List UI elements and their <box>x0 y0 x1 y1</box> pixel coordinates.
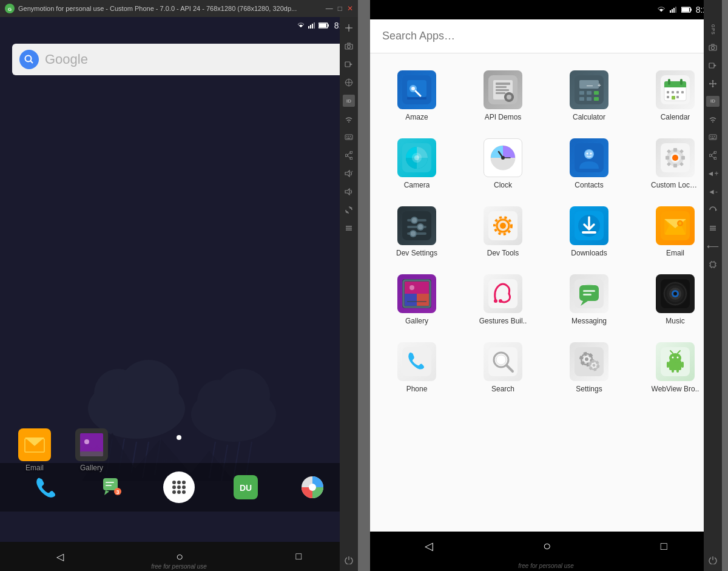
gestures-icon <box>484 274 522 313</box>
svg-rect-217 <box>402 347 431 376</box>
svg-point-143 <box>414 155 419 160</box>
volume-up-ctrl[interactable]: + <box>343 167 355 180</box>
svg-rect-183 <box>582 231 596 234</box>
app-search[interactable]: Search <box>461 335 545 398</box>
volume-down-ctrl-right[interactable]: ◄- <box>707 186 719 198</box>
id-ctrl[interactable]: ID <box>343 95 355 107</box>
back-button-right[interactable]: ◁ <box>425 539 433 553</box>
svg-rect-4 <box>312 24 313 29</box>
svg-point-67 <box>348 46 351 49</box>
gps-ctrl[interactable] <box>343 22 355 34</box>
settings-label: Settings <box>576 385 602 393</box>
recent-button-right[interactable]: □ <box>661 540 667 553</box>
app-dev-settings[interactable]: Dev Settings <box>375 199 459 262</box>
svg-rect-234 <box>667 362 669 368</box>
svg-rect-124 <box>579 97 584 101</box>
camera-ctrl[interactable] <box>343 40 355 52</box>
svg-marker-85 <box>345 189 349 195</box>
svg-rect-3 <box>310 25 311 29</box>
wifi-ctrl-right[interactable] <box>707 113 719 125</box>
recent-button-left[interactable]: □ <box>296 551 302 562</box>
svg-rect-197 <box>407 301 426 302</box>
svg-point-244 <box>712 46 715 49</box>
move-ctrl-right[interactable] <box>707 78 719 90</box>
app-gestures[interactable]: Gestures Buil.. <box>461 267 545 330</box>
svg-rect-223 <box>575 347 604 376</box>
app-search-bar[interactable] <box>370 19 722 53</box>
volume-up-ctrl-right[interactable]: ◄+ <box>707 167 719 180</box>
app-clock[interactable]: Clock <box>461 131 545 194</box>
wifi-ctrl[interactable] <box>343 113 355 125</box>
power-ctrl[interactable] <box>343 554 355 566</box>
svg-point-201 <box>499 299 502 303</box>
email-app-icon <box>18 428 51 461</box>
menu-ctrl-right[interactable] <box>707 258 719 271</box>
svg-point-190 <box>679 222 682 225</box>
close-button[interactable]: ✕ <box>347 5 353 12</box>
svg-rect-48 <box>106 482 114 483</box>
more-ctrl[interactable] <box>343 222 355 234</box>
gallery-label: Gallery <box>405 317 428 325</box>
dock-du[interactable]: DU <box>230 471 261 503</box>
svg-line-82 <box>348 156 350 158</box>
app-phone[interactable]: Phone <box>375 335 459 398</box>
video-ctrl[interactable] <box>343 58 355 70</box>
dev-tools-label: Dev Tools <box>487 249 519 257</box>
webview-label: WebView Bro.. <box>652 385 699 393</box>
maximize-button[interactable]: □ <box>338 5 342 12</box>
custom-locale-label: Custom Locale <box>651 181 699 189</box>
email-label: Email <box>666 249 684 257</box>
dock-camera[interactable] <box>297 471 328 503</box>
battery-icon-right <box>681 7 692 13</box>
app-messaging[interactable]: Messaging <box>547 267 631 330</box>
volume-down-ctrl[interactable]: - <box>343 186 355 198</box>
app-contacts[interactable]: Contacts <box>547 131 631 194</box>
webview-icon <box>656 342 695 381</box>
back-ctrl-right[interactable]: ⟵ <box>707 240 719 252</box>
svg-rect-5 <box>314 22 315 29</box>
move-ctrl[interactable] <box>343 76 355 89</box>
home-button-right[interactable]: ○ <box>543 538 551 554</box>
video-ctrl-right[interactable] <box>707 59 719 72</box>
keyboard-ctrl-right[interactable] <box>707 131 719 143</box>
app-amaze[interactable]: Amaze <box>375 63 459 126</box>
camera-ctrl-right[interactable] <box>707 41 719 53</box>
minimize-button[interactable]: — <box>326 5 333 12</box>
google-search-bar[interactable]: Google <box>12 44 346 75</box>
dock-apps[interactable] <box>163 471 195 503</box>
app-calculator[interactable]: — + Calculator <box>547 63 631 126</box>
app-search-input[interactable] <box>382 30 703 42</box>
share-ctrl-right[interactable] <box>707 149 719 161</box>
svg-rect-92 <box>670 10 671 13</box>
keyboard-ctrl[interactable] <box>343 131 355 143</box>
app-settings[interactable]: Settings <box>547 335 631 398</box>
dock-messaging[interactable]: 3 <box>96 471 128 503</box>
app-camera[interactable]: Camera <box>375 131 459 194</box>
svg-rect-46 <box>103 478 118 490</box>
share-ctrl[interactable] <box>343 149 355 161</box>
svg-rect-134 <box>672 91 674 93</box>
id-ctrl-right[interactable]: ID <box>706 96 720 107</box>
dock-phone[interactable] <box>30 471 61 503</box>
more-ctrl-right[interactable] <box>707 222 719 234</box>
gallery-icon <box>397 274 436 313</box>
app-dev-tools[interactable]: Dev Tools <box>461 199 545 262</box>
power-ctrl-right[interactable] <box>707 554 719 566</box>
app-api-demos[interactable]: API Demos <box>461 63 545 126</box>
email-icon <box>656 206 695 245</box>
rotate-ctrl[interactable] <box>343 204 355 216</box>
phone-icon <box>397 342 436 381</box>
svg-rect-115 <box>504 96 507 98</box>
camera-label: Camera <box>404 181 430 189</box>
svg-point-239 <box>672 357 674 359</box>
home-button-left[interactable]: ○ <box>176 550 183 564</box>
wifi-icon <box>297 22 305 29</box>
svg-point-165 <box>672 155 678 161</box>
rotate-ctrl-right[interactable] <box>707 204 719 216</box>
svg-rect-7 <box>328 24 329 27</box>
app-downloads[interactable]: Downloads <box>547 199 631 262</box>
search-icon-app <box>484 342 522 381</box>
back-button-left[interactable]: ◁ <box>56 551 64 563</box>
app-gallery[interactable]: Gallery <box>375 267 459 330</box>
svg-rect-133 <box>667 91 669 93</box>
